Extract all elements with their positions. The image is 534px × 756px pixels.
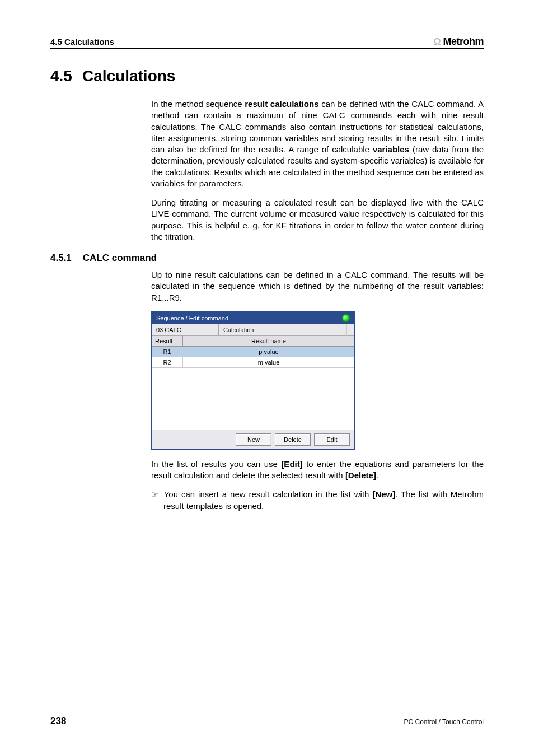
status-indicator-icon — [342, 314, 350, 322]
panel-title-text: Sequence / Edit command — [156, 315, 228, 321]
edit-command-panel: Sequence / Edit command 03 CALC Calculat… — [151, 311, 355, 450]
new-button[interactable]: New — [236, 433, 271, 446]
step-cell: 03 CALC — [152, 324, 219, 336]
page-header: 4.5 Calculations Ω Metrohm — [50, 36, 484, 49]
delete-button[interactable]: Delete — [275, 433, 311, 446]
cell-result-name: p value — [183, 347, 354, 357]
subsection-heading: 4.5.1CALC command — [50, 253, 484, 264]
header-section-label: 4.5 Calculations — [50, 37, 114, 46]
panel-info-row: 03 CALC Calculation — [152, 324, 354, 336]
cell-result-id: R1 — [152, 347, 183, 357]
panel-footer: New Delete Edit — [152, 430, 354, 449]
results-empty-area — [152, 368, 354, 430]
cell-result-id: R2 — [152, 357, 183, 367]
section-number: 4.5 — [50, 67, 72, 85]
brand-logo: Ω Metrohm — [434, 36, 484, 48]
subsection-paragraph-1: Up to nine result calculations can be de… — [151, 269, 484, 304]
note-line: ☞ You can insert a new result calculatio… — [151, 489, 484, 512]
col-header-name: Result name — [183, 336, 354, 346]
brand-text: Metrohm — [443, 36, 484, 48]
brand-omega-icon: Ω — [434, 37, 441, 47]
results-table-header: Result Result name — [152, 336, 354, 347]
cell-result-name: m value — [183, 357, 354, 367]
col-header-result: Result — [152, 336, 183, 346]
panel-titlebar: Sequence / Edit command — [152, 312, 354, 324]
subsection-title-text: CALC command — [83, 253, 157, 263]
table-row[interactable]: R1 p value — [152, 347, 354, 357]
section-paragraph-2: During titrating or measuring a calculat… — [151, 197, 484, 242]
pointer-hand-icon: ☞ — [151, 489, 158, 499]
page-footer: 238 PC Control / Touch Control — [50, 716, 484, 727]
tab-scroll-stub — [346, 324, 354, 336]
section-title-text: Calculations — [82, 67, 175, 85]
subsection-number: 4.5.1 — [50, 253, 72, 263]
edit-button[interactable]: Edit — [314, 433, 350, 446]
table-row[interactable]: R2 m value — [152, 357, 354, 368]
after-panel-paragraph-1: In the list of results you can use [Edit… — [151, 459, 484, 482]
page-number: 238 — [50, 716, 66, 727]
results-table: Result Result name R1 p value R2 m value — [152, 336, 354, 430]
section-heading: 4.5Calculations — [50, 67, 484, 85]
section-paragraph-1: In the method sequence result calculatio… — [151, 99, 484, 189]
tab-calculation[interactable]: Calculation — [219, 324, 346, 336]
footer-product-name: PC Control / Touch Control — [404, 718, 484, 726]
